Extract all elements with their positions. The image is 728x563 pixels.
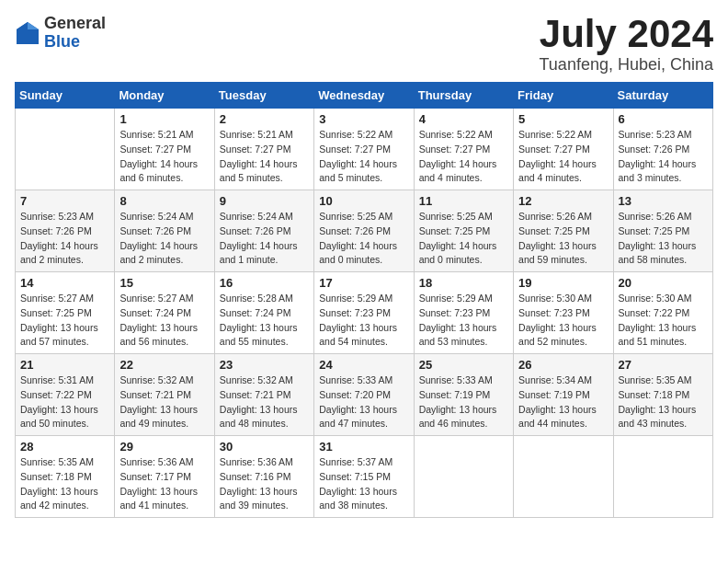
calendar-cell: 30Sunrise: 5:36 AM Sunset: 7:16 PM Dayli… (214, 436, 313, 518)
day-number: 14 (20, 276, 109, 290)
day-detail: Sunrise: 5:34 AM Sunset: 7:19 PM Dayligh… (518, 373, 608, 431)
day-number: 23 (220, 358, 309, 372)
day-number: 29 (119, 440, 209, 454)
calendar-cell: 29Sunrise: 5:36 AM Sunset: 7:17 PM Dayli… (115, 436, 214, 518)
calendar-cell: 27Sunrise: 5:35 AM Sunset: 7:18 PM Dayli… (613, 354, 712, 436)
calendar-cell: 5Sunrise: 5:22 AM Sunset: 7:27 PM Daylig… (514, 109, 613, 190)
calendar-week-row: 7Sunrise: 5:23 AM Sunset: 7:26 PM Daylig… (16, 190, 713, 272)
day-number: 18 (419, 276, 508, 290)
day-detail: Sunrise: 5:26 AM Sunset: 7:25 PM Dayligh… (518, 210, 608, 268)
calendar-cell: 21Sunrise: 5:31 AM Sunset: 7:22 PM Dayli… (16, 354, 115, 436)
calendar-cell: 22Sunrise: 5:32 AM Sunset: 7:21 PM Dayli… (115, 354, 214, 436)
day-detail: Sunrise: 5:35 AM Sunset: 7:18 PM Dayligh… (619, 373, 708, 431)
day-number: 6 (619, 112, 708, 126)
weekday-header: Sunday (16, 83, 115, 109)
calendar-cell: 18Sunrise: 5:29 AM Sunset: 7:23 PM Dayli… (414, 272, 513, 354)
calendar-cell: 13Sunrise: 5:26 AM Sunset: 7:25 PM Dayli… (613, 190, 712, 272)
day-number: 13 (619, 194, 708, 208)
day-number: 20 (619, 276, 708, 290)
day-detail: Sunrise: 5:30 AM Sunset: 7:23 PM Dayligh… (518, 292, 608, 350)
calendar-cell: 12Sunrise: 5:26 AM Sunset: 7:25 PM Dayli… (514, 190, 613, 272)
day-detail: Sunrise: 5:36 AM Sunset: 7:16 PM Dayligh… (220, 455, 309, 513)
calendar-cell: 17Sunrise: 5:29 AM Sunset: 7:23 PM Dayli… (314, 272, 414, 354)
day-number: 16 (220, 276, 309, 290)
calendar-cell: 16Sunrise: 5:28 AM Sunset: 7:24 PM Dayli… (214, 272, 313, 354)
calendar-cell: 28Sunrise: 5:35 AM Sunset: 7:18 PM Dayli… (16, 436, 115, 518)
svg-marker-1 (28, 22, 39, 29)
day-number: 10 (319, 194, 408, 208)
day-number: 9 (220, 194, 309, 208)
calendar-cell: 25Sunrise: 5:33 AM Sunset: 7:19 PM Dayli… (414, 354, 513, 436)
calendar-cell: 7Sunrise: 5:23 AM Sunset: 7:26 PM Daylig… (16, 190, 115, 272)
calendar-cell: 10Sunrise: 5:25 AM Sunset: 7:26 PM Dayli… (314, 190, 414, 272)
day-detail: Sunrise: 5:26 AM Sunset: 7:25 PM Dayligh… (619, 210, 708, 268)
day-detail: Sunrise: 5:21 AM Sunset: 7:27 PM Dayligh… (119, 128, 209, 186)
calendar-body: 1Sunrise: 5:21 AM Sunset: 7:27 PM Daylig… (16, 109, 713, 518)
calendar-table: SundayMondayTuesdayWednesdayThursdayFrid… (15, 82, 713, 518)
page-header: General Blue July 2024 Tuanfeng, Hubei, … (15, 15, 713, 75)
day-detail: Sunrise: 5:30 AM Sunset: 7:22 PM Dayligh… (619, 292, 708, 350)
weekday-header: Monday (115, 83, 214, 109)
logo: General Blue (15, 15, 106, 52)
calendar-cell: 26Sunrise: 5:34 AM Sunset: 7:19 PM Dayli… (514, 354, 613, 436)
calendar-week-row: 21Sunrise: 5:31 AM Sunset: 7:22 PM Dayli… (16, 354, 713, 436)
calendar-cell (414, 436, 513, 518)
day-detail: Sunrise: 5:24 AM Sunset: 7:26 PM Dayligh… (119, 210, 209, 268)
day-detail: Sunrise: 5:29 AM Sunset: 7:23 PM Dayligh… (419, 292, 508, 350)
day-number: 26 (518, 358, 608, 372)
day-detail: Sunrise: 5:24 AM Sunset: 7:26 PM Dayligh… (220, 210, 309, 268)
day-detail: Sunrise: 5:25 AM Sunset: 7:26 PM Dayligh… (319, 210, 408, 268)
weekday-header: Tuesday (214, 83, 313, 109)
day-number: 28 (20, 440, 109, 454)
weekday-header: Wednesday (314, 83, 414, 109)
day-number: 8 (119, 194, 209, 208)
day-number: 19 (518, 276, 608, 290)
day-number: 30 (220, 440, 309, 454)
calendar-cell: 8Sunrise: 5:24 AM Sunset: 7:26 PM Daylig… (115, 190, 214, 272)
day-number: 15 (119, 276, 209, 290)
day-number: 22 (119, 358, 209, 372)
day-detail: Sunrise: 5:21 AM Sunset: 7:27 PM Dayligh… (220, 128, 309, 186)
calendar-cell: 23Sunrise: 5:32 AM Sunset: 7:21 PM Dayli… (214, 354, 313, 436)
day-number: 25 (419, 358, 508, 372)
day-detail: Sunrise: 5:36 AM Sunset: 7:17 PM Dayligh… (119, 455, 209, 513)
logo-icon (15, 20, 40, 46)
calendar-week-row: 14Sunrise: 5:27 AM Sunset: 7:25 PM Dayli… (16, 272, 713, 354)
weekday-row: SundayMondayTuesdayWednesdayThursdayFrid… (16, 83, 713, 109)
day-number: 4 (419, 112, 508, 126)
calendar-cell: 20Sunrise: 5:30 AM Sunset: 7:22 PM Dayli… (613, 272, 712, 354)
calendar-cell (16, 109, 115, 190)
calendar-cell: 14Sunrise: 5:27 AM Sunset: 7:25 PM Dayli… (16, 272, 115, 354)
month-title: July 2024 (540, 15, 713, 53)
weekday-header: Thursday (414, 83, 513, 109)
day-detail: Sunrise: 5:35 AM Sunset: 7:18 PM Dayligh… (20, 455, 109, 513)
calendar-week-row: 28Sunrise: 5:35 AM Sunset: 7:18 PM Dayli… (16, 436, 713, 518)
day-detail: Sunrise: 5:32 AM Sunset: 7:21 PM Dayligh… (119, 373, 209, 431)
day-detail: Sunrise: 5:23 AM Sunset: 7:26 PM Dayligh… (619, 128, 708, 186)
calendar-cell (613, 436, 712, 518)
calendar-cell: 19Sunrise: 5:30 AM Sunset: 7:23 PM Dayli… (514, 272, 613, 354)
day-detail: Sunrise: 5:22 AM Sunset: 7:27 PM Dayligh… (518, 128, 608, 186)
calendar-cell: 31Sunrise: 5:37 AM Sunset: 7:15 PM Dayli… (314, 436, 414, 518)
day-detail: Sunrise: 5:27 AM Sunset: 7:25 PM Dayligh… (20, 292, 109, 350)
day-detail: Sunrise: 5:22 AM Sunset: 7:27 PM Dayligh… (319, 128, 408, 186)
calendar-cell: 11Sunrise: 5:25 AM Sunset: 7:25 PM Dayli… (414, 190, 513, 272)
day-number: 12 (518, 194, 608, 208)
day-number: 11 (419, 194, 508, 208)
calendar-header: SundayMondayTuesdayWednesdayThursdayFrid… (16, 83, 713, 109)
calendar-cell: 6Sunrise: 5:23 AM Sunset: 7:26 PM Daylig… (613, 109, 712, 190)
day-detail: Sunrise: 5:28 AM Sunset: 7:24 PM Dayligh… (220, 292, 309, 350)
day-number: 3 (319, 112, 408, 126)
day-detail: Sunrise: 5:37 AM Sunset: 7:15 PM Dayligh… (319, 455, 408, 513)
calendar-cell: 24Sunrise: 5:33 AM Sunset: 7:20 PM Dayli… (314, 354, 414, 436)
day-detail: Sunrise: 5:27 AM Sunset: 7:24 PM Dayligh… (119, 292, 209, 350)
day-number: 24 (319, 358, 408, 372)
day-detail: Sunrise: 5:25 AM Sunset: 7:25 PM Dayligh… (419, 210, 508, 268)
day-number: 1 (119, 112, 209, 126)
day-number: 5 (518, 112, 608, 126)
day-number: 27 (619, 358, 708, 372)
day-detail: Sunrise: 5:23 AM Sunset: 7:26 PM Dayligh… (20, 210, 109, 268)
day-detail: Sunrise: 5:33 AM Sunset: 7:19 PM Dayligh… (419, 373, 508, 431)
day-detail: Sunrise: 5:29 AM Sunset: 7:23 PM Dayligh… (319, 292, 408, 350)
day-detail: Sunrise: 5:22 AM Sunset: 7:27 PM Dayligh… (419, 128, 508, 186)
